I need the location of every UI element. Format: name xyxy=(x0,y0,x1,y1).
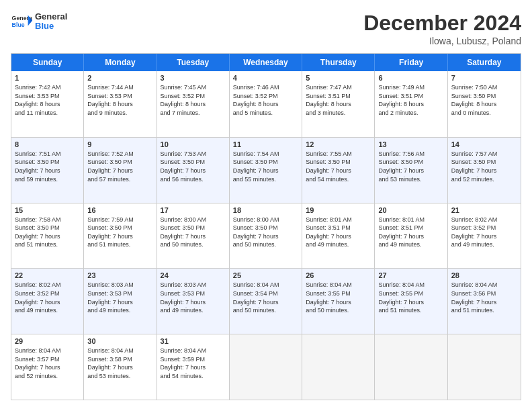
day-info: Sunrise: 7:58 AM Sunset: 3:50 PM Dayligh… xyxy=(15,216,80,249)
day-info: Sunrise: 7:47 AM Sunset: 3:51 PM Dayligh… xyxy=(306,83,371,117)
day-info: Sunrise: 7:55 AM Sunset: 3:50 PM Dayligh… xyxy=(306,150,371,183)
day-info: Sunrise: 8:03 AM Sunset: 3:53 PM Dayligh… xyxy=(161,281,226,314)
day-number: 10 xyxy=(161,140,226,148)
day-info: Sunrise: 8:02 AM Sunset: 3:52 PM Dayligh… xyxy=(451,216,517,249)
day-cell: 23Sunrise: 8:03 AM Sunset: 3:53 PM Dayli… xyxy=(84,269,157,334)
month-title: December 2024 xyxy=(363,11,521,36)
day-number: 7 xyxy=(451,74,517,82)
day-number: 14 xyxy=(451,140,517,148)
day-number: 13 xyxy=(378,140,443,148)
logo-icon: General Blue xyxy=(11,11,32,32)
calendar-row: 15Sunrise: 7:58 AM Sunset: 3:50 PM Dayli… xyxy=(11,203,521,269)
day-number: 11 xyxy=(233,140,298,148)
day-number: 22 xyxy=(15,271,80,279)
day-cell: 11Sunrise: 7:54 AM Sunset: 3:50 PM Dayli… xyxy=(230,138,302,203)
logo-general: General xyxy=(35,12,67,21)
day-cell: 12Sunrise: 7:55 AM Sunset: 3:50 PM Dayli… xyxy=(302,138,375,203)
day-header-saturday: Saturday xyxy=(448,54,521,71)
calendar: SundayMondayTuesdayWednesdayThursdayFrid… xyxy=(11,53,521,400)
day-cell: 14Sunrise: 7:57 AM Sunset: 3:50 PM Dayli… xyxy=(448,138,521,203)
day-info: Sunrise: 8:01 AM Sunset: 3:51 PM Dayligh… xyxy=(378,216,443,249)
day-number: 27 xyxy=(378,271,443,279)
subtitle: Ilowa, Lubusz, Poland xyxy=(363,36,521,46)
day-number: 3 xyxy=(161,74,226,82)
day-cell: 18Sunrise: 8:00 AM Sunset: 3:50 PM Dayli… xyxy=(230,203,302,269)
day-info: Sunrise: 8:03 AM Sunset: 3:53 PM Dayligh… xyxy=(87,281,152,314)
day-cell: 29Sunrise: 8:04 AM Sunset: 3:57 PM Dayli… xyxy=(11,334,84,400)
day-number: 19 xyxy=(306,206,371,214)
day-number: 15 xyxy=(15,206,80,214)
day-cell: 27Sunrise: 8:04 AM Sunset: 3:55 PM Dayli… xyxy=(375,269,447,334)
day-number: 31 xyxy=(161,337,226,345)
calendar-row: 22Sunrise: 8:02 AM Sunset: 3:52 PM Dayli… xyxy=(11,268,521,334)
empty-cell xyxy=(230,334,302,400)
day-number: 29 xyxy=(15,337,80,345)
day-cell: 2Sunrise: 7:44 AM Sunset: 3:53 PM Daylig… xyxy=(84,71,157,137)
day-number: 4 xyxy=(233,74,298,82)
day-header-monday: Monday xyxy=(84,54,157,71)
day-info: Sunrise: 8:00 AM Sunset: 3:50 PM Dayligh… xyxy=(161,216,226,249)
empty-cell xyxy=(302,334,375,400)
day-info: Sunrise: 8:04 AM Sunset: 3:56 PM Dayligh… xyxy=(451,281,517,314)
day-info: Sunrise: 8:01 AM Sunset: 3:51 PM Dayligh… xyxy=(306,216,371,249)
day-info: Sunrise: 8:04 AM Sunset: 3:55 PM Dayligh… xyxy=(306,281,371,314)
day-info: Sunrise: 8:00 AM Sunset: 3:50 PM Dayligh… xyxy=(233,216,298,249)
calendar-row: 8Sunrise: 7:51 AM Sunset: 3:50 PM Daylig… xyxy=(11,137,521,203)
day-cell: 6Sunrise: 7:49 AM Sunset: 3:51 PM Daylig… xyxy=(375,71,447,137)
day-number: 8 xyxy=(15,140,80,148)
day-cell: 9Sunrise: 7:52 AM Sunset: 3:50 PM Daylig… xyxy=(84,138,157,203)
day-info: Sunrise: 7:51 AM Sunset: 3:50 PM Dayligh… xyxy=(15,150,80,183)
empty-cell xyxy=(375,334,447,400)
day-cell: 22Sunrise: 8:02 AM Sunset: 3:52 PM Dayli… xyxy=(11,269,84,334)
day-info: Sunrise: 8:04 AM Sunset: 3:54 PM Dayligh… xyxy=(233,281,298,314)
day-info: Sunrise: 7:57 AM Sunset: 3:50 PM Dayligh… xyxy=(451,150,517,183)
day-cell: 5Sunrise: 7:47 AM Sunset: 3:51 PM Daylig… xyxy=(302,71,375,137)
day-cell: 13Sunrise: 7:56 AM Sunset: 3:50 PM Dayli… xyxy=(375,138,447,203)
day-number: 20 xyxy=(378,206,443,214)
day-cell: 10Sunrise: 7:53 AM Sunset: 3:50 PM Dayli… xyxy=(157,138,230,203)
day-info: Sunrise: 7:52 AM Sunset: 3:50 PM Dayligh… xyxy=(87,150,152,183)
day-number: 9 xyxy=(87,140,152,148)
day-number: 26 xyxy=(306,271,371,279)
day-cell: 24Sunrise: 8:03 AM Sunset: 3:53 PM Dayli… xyxy=(157,269,230,334)
day-number: 28 xyxy=(451,271,517,279)
day-info: Sunrise: 7:42 AM Sunset: 3:53 PM Dayligh… xyxy=(15,83,80,117)
day-info: Sunrise: 8:04 AM Sunset: 3:58 PM Dayligh… xyxy=(87,347,152,380)
day-info: Sunrise: 7:50 AM Sunset: 3:50 PM Dayligh… xyxy=(451,83,517,117)
header: General Blue General Blue December 2024 … xyxy=(11,11,521,46)
day-info: Sunrise: 8:02 AM Sunset: 3:52 PM Dayligh… xyxy=(15,281,80,314)
day-header-thursday: Thursday xyxy=(302,54,375,71)
day-header-wednesday: Wednesday xyxy=(230,54,302,71)
day-cell: 3Sunrise: 7:45 AM Sunset: 3:52 PM Daylig… xyxy=(157,71,230,137)
day-number: 21 xyxy=(451,206,517,214)
day-cell: 1Sunrise: 7:42 AM Sunset: 3:53 PM Daylig… xyxy=(11,71,84,137)
logo-blue: Blue xyxy=(35,21,67,31)
day-number: 1 xyxy=(15,74,80,82)
day-cell: 7Sunrise: 7:50 AM Sunset: 3:50 PM Daylig… xyxy=(448,71,521,137)
day-number: 16 xyxy=(87,206,152,214)
day-cell: 31Sunrise: 8:04 AM Sunset: 3:59 PM Dayli… xyxy=(157,334,230,400)
day-info: Sunrise: 8:04 AM Sunset: 3:55 PM Dayligh… xyxy=(378,281,443,314)
day-header-tuesday: Tuesday xyxy=(157,54,230,71)
day-number: 24 xyxy=(161,271,226,279)
day-number: 2 xyxy=(87,74,152,82)
day-info: Sunrise: 7:44 AM Sunset: 3:53 PM Dayligh… xyxy=(87,83,152,117)
logo: General Blue General Blue xyxy=(11,11,67,32)
day-cell: 30Sunrise: 8:04 AM Sunset: 3:58 PM Dayli… xyxy=(84,334,157,400)
day-header-sunday: Sunday xyxy=(11,54,84,71)
day-cell: 8Sunrise: 7:51 AM Sunset: 3:50 PM Daylig… xyxy=(11,138,84,203)
day-info: Sunrise: 7:46 AM Sunset: 3:52 PM Dayligh… xyxy=(233,83,298,117)
day-number: 17 xyxy=(161,206,226,214)
day-cell: 16Sunrise: 7:59 AM Sunset: 3:50 PM Dayli… xyxy=(84,203,157,269)
day-info: Sunrise: 7:59 AM Sunset: 3:50 PM Dayligh… xyxy=(87,216,152,249)
day-cell: 4Sunrise: 7:46 AM Sunset: 3:52 PM Daylig… xyxy=(230,71,302,137)
day-number: 23 xyxy=(87,271,152,279)
title-block: December 2024 Ilowa, Lubusz, Poland xyxy=(363,11,521,46)
calendar-row: 1Sunrise: 7:42 AM Sunset: 3:53 PM Daylig… xyxy=(11,71,521,137)
day-cell: 28Sunrise: 8:04 AM Sunset: 3:56 PM Dayli… xyxy=(448,269,521,334)
day-info: Sunrise: 7:56 AM Sunset: 3:50 PM Dayligh… xyxy=(378,150,443,183)
day-cell: 15Sunrise: 7:58 AM Sunset: 3:50 PM Dayli… xyxy=(11,203,84,269)
day-cell: 17Sunrise: 8:00 AM Sunset: 3:50 PM Dayli… xyxy=(157,203,230,269)
day-header-friday: Friday xyxy=(375,54,447,71)
day-number: 12 xyxy=(306,140,371,148)
